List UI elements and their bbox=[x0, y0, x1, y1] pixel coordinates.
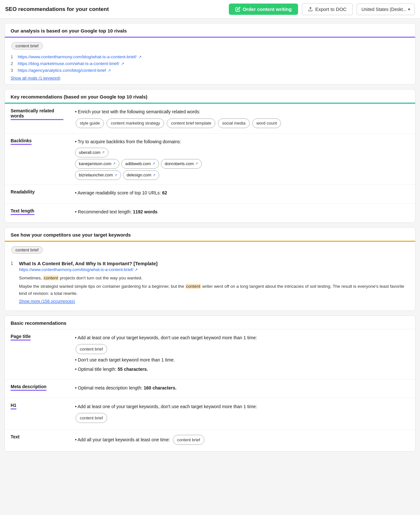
competitor-title-1: What Is A Content Brief, And Why Is It I… bbox=[19, 261, 409, 266]
sem-tag-0[interactable]: style guide bbox=[76, 118, 104, 128]
edit-icon bbox=[235, 7, 240, 12]
page-title-label: Page title bbox=[5, 329, 69, 379]
semantically-related-label: Semantically related words bbox=[5, 104, 69, 133]
sem-tag-1[interactable]: content marketing strategy bbox=[107, 118, 164, 128]
backlink-tag-2[interactable]: adlibweb.com ↗ bbox=[121, 159, 159, 169]
text-length-label: Text length bbox=[5, 203, 69, 222]
page-title-row: Page title • Add at least one of your ta… bbox=[5, 329, 415, 379]
backlink-tag-0[interactable]: uberall.com ↗ bbox=[75, 148, 108, 157]
external-link-icon: ↗ bbox=[152, 161, 155, 167]
order-content-writing-button[interactable]: Order content writing bbox=[229, 4, 298, 15]
meta-description-row: Meta description • Optimal meta descript… bbox=[5, 379, 415, 398]
rivals-card-heading: Our analysis is based on your Google top… bbox=[5, 23, 415, 38]
backlink-tag-4[interactable]: bizrelauncher.com ↗ bbox=[75, 170, 121, 180]
text-label: Text bbox=[5, 430, 69, 452]
basic-rec-heading: Basic recommendations bbox=[5, 316, 415, 329]
rivals-tags: content brief bbox=[11, 42, 409, 50]
backlinks-label: Backlinks bbox=[5, 133, 69, 184]
rival-item-1: 1 https://www.contentharmony.com/blog/wh… bbox=[11, 53, 409, 60]
show-all-rivals-link[interactable]: Show all rivals (1 keyword) bbox=[11, 76, 61, 80]
key-rec-table: Semantically related words • Enrich your… bbox=[5, 104, 415, 222]
external-link-icon: ↗ bbox=[153, 172, 155, 178]
page-title: SEO recommendations for your content bbox=[5, 6, 225, 13]
backlinks-row-1: uberall.com ↗ bbox=[75, 148, 409, 157]
readability-content: • Average readability score of top 10 UR… bbox=[69, 184, 415, 203]
country-selector-button[interactable]: United States (Deskt... ▾ bbox=[357, 4, 415, 15]
rivals-card: Our analysis is based on your Google top… bbox=[5, 23, 415, 85]
readability-row: Readability • Average readability score … bbox=[5, 184, 415, 203]
page-title-content: • Add at least one of your target keywor… bbox=[69, 329, 415, 379]
meta-description-content: • Optimal meta description length: 160 c… bbox=[69, 379, 415, 398]
chevron-down-icon: ▾ bbox=[408, 7, 410, 12]
sem-tag-3[interactable]: social media bbox=[218, 118, 249, 128]
competitors-body: content brief 1 What Is A Content Brief,… bbox=[5, 242, 415, 311]
rival-link-2[interactable]: https://blog.marketmuse.com/what-is-a-co… bbox=[18, 61, 119, 66]
rival-link-1[interactable]: https://www.contentharmony.com/blog/what… bbox=[18, 54, 136, 59]
external-link-icon: ↗ bbox=[114, 172, 117, 178]
key-rec-heading: Key recommendations (based on your Googl… bbox=[5, 89, 415, 104]
external-link-icon-comp: ↗ bbox=[135, 267, 138, 272]
text-content: • Add all your target keywords at least … bbox=[69, 430, 415, 452]
h1-keyword-tag[interactable]: content brief bbox=[76, 413, 107, 423]
rival-item-2: 2 https://blog.marketmuse.com/what-is-a-… bbox=[11, 60, 409, 67]
key-rec-card: Key recommendations (based on your Googl… bbox=[5, 89, 415, 223]
competitors-keyword-tag[interactable]: content brief bbox=[11, 246, 43, 254]
external-link-icon-2: ↗ bbox=[121, 61, 124, 66]
rival-item-3: 3 https://agencyanalytics.com/blog/conte… bbox=[11, 67, 409, 74]
backlinks-row-2: kanejamison.com ↗ adlibweb.com ↗ donrobe… bbox=[75, 159, 409, 169]
competitor-url-1: https://www.contentharmony.com/blog/what… bbox=[19, 267, 409, 272]
external-link-icon-3: ↗ bbox=[108, 68, 111, 73]
competitor-excerpt-1: Sometimes, content projects don't turn o… bbox=[19, 275, 409, 282]
text-keyword-tag[interactable]: content brief bbox=[173, 435, 204, 445]
highlight-content-2: content bbox=[185, 284, 201, 289]
backlink-tag-3[interactable]: donroberts.com ↗ bbox=[161, 159, 202, 169]
text-length-row: Text length • Recommended text length: 1… bbox=[5, 203, 415, 222]
rivals-keyword-tag[interactable]: content brief bbox=[11, 42, 43, 50]
backlinks-bullet: • Try to acquire backlinks from the foll… bbox=[75, 138, 409, 146]
h1-content: • Add at least one of your target keywor… bbox=[69, 398, 415, 430]
competitors-card: See how your competitors use your target… bbox=[5, 227, 415, 311]
competitor-item-1: 1 What Is A Content Brief, And Why Is It… bbox=[11, 258, 409, 307]
readability-label: Readability bbox=[5, 184, 69, 203]
page-title-keyword-tag[interactable]: content brief bbox=[76, 344, 107, 354]
show-more-occurrences-link[interactable]: Show more (156 occurrences) bbox=[19, 299, 75, 304]
h1-label: H1 bbox=[5, 398, 69, 430]
external-link-icon: ↗ bbox=[102, 149, 105, 155]
main-content: Our analysis is based on your Google top… bbox=[0, 19, 420, 456]
backlink-tag-1[interactable]: kanejamison.com ↗ bbox=[75, 159, 119, 169]
backlinks-row-3: bizrelauncher.com ↗ delesign.com ↗ bbox=[75, 170, 409, 180]
semantically-related-content: • Enrich your text with the following se… bbox=[69, 104, 415, 133]
backlink-tag-5[interactable]: delesign.com ↗ bbox=[123, 170, 160, 180]
competitors-tags: content brief bbox=[11, 246, 409, 254]
competitors-heading: See how your competitors use your target… bbox=[5, 228, 415, 242]
page-header: SEO recommendations for your content Ord… bbox=[0, 0, 420, 19]
text-length-content: • Recommended text length: 1192 words bbox=[69, 203, 415, 222]
basic-rec-card: Basic recommendations Page title • Add a… bbox=[5, 315, 415, 452]
basic-rec-table: Page title • Add at least one of your ta… bbox=[5, 329, 415, 451]
competitor-excerpt-2: Maybe the strategist wanted simple tips … bbox=[19, 283, 409, 297]
semantically-tags-row: style guide content marketing strategy c… bbox=[75, 118, 409, 129]
text-row: Text • Add all your target keywords at l… bbox=[5, 430, 415, 452]
external-link-icon: ↗ bbox=[113, 161, 116, 167]
rivals-section-body: content brief 1 https://www.contentharmo… bbox=[5, 38, 415, 84]
semantically-bullet: • Enrich your text with the following se… bbox=[75, 108, 409, 116]
backlinks-content: • Try to acquire backlinks from the foll… bbox=[69, 133, 415, 184]
highlight-content-1: content bbox=[43, 276, 59, 280]
sem-tag-2[interactable]: content brief template bbox=[167, 118, 215, 128]
competitor-link-1[interactable]: https://www.contentharmony.com/blog/what… bbox=[19, 267, 133, 272]
page-title-tag-wrap: content brief bbox=[75, 343, 409, 355]
external-link-icon-1: ↗ bbox=[138, 55, 142, 59]
sem-tag-4[interactable]: word count bbox=[252, 118, 281, 128]
export-to-doc-button[interactable]: Export to DOC bbox=[302, 3, 353, 15]
meta-description-label: Meta description bbox=[5, 379, 69, 398]
h1-tag-wrap: content brief bbox=[75, 412, 409, 424]
h1-row: H1 • Add at least one of your target key… bbox=[5, 398, 415, 430]
rival-link-3[interactable]: https://agencyanalytics.com/blog/content… bbox=[18, 68, 106, 73]
semantically-related-row: Semantically related words • Enrich your… bbox=[5, 104, 415, 133]
rivals-list: 1 https://www.contentharmony.com/blog/wh… bbox=[11, 53, 409, 74]
upload-icon bbox=[308, 7, 313, 12]
competitor-rank-1: 1 bbox=[11, 261, 16, 266]
external-link-icon: ↗ bbox=[195, 161, 198, 167]
backlinks-row: Backlinks • Try to acquire backlinks fro… bbox=[5, 133, 415, 184]
